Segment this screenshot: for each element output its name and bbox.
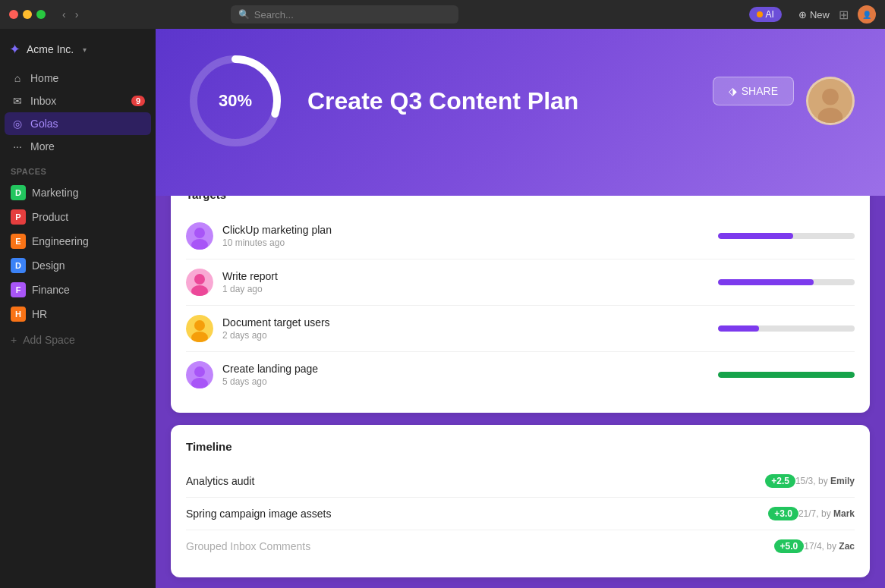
progress-label: 30% xyxy=(219,91,252,111)
progress-bar-fill xyxy=(718,279,814,285)
workspace-chevron-icon: ▾ xyxy=(83,46,87,54)
ai-label: AI xyxy=(766,9,774,20)
target-info: Write report 1 day ago xyxy=(222,270,709,294)
search-bar[interactable]: 🔍 Search... xyxy=(231,5,458,24)
workspace-icon: ✦ xyxy=(9,41,20,58)
hr-badge: H xyxy=(11,307,26,322)
targets-card: Targets ClickUp marketing plan 10 minute… xyxy=(171,196,870,413)
add-space-button[interactable]: + Add Space xyxy=(0,329,156,351)
target-name: Create landing page xyxy=(222,363,709,375)
forward-arrow[interactable]: › xyxy=(72,7,82,22)
target-info: Create landing page 5 days ago xyxy=(222,363,709,387)
design-badge: D xyxy=(11,258,26,273)
target-time: 2 days ago xyxy=(222,330,709,341)
share-label: SHARE xyxy=(742,85,778,97)
inbox-icon: ✉ xyxy=(11,95,24,107)
sidebar-item-finance[interactable]: F Finance xyxy=(5,278,151,302)
sidebar-item-hr[interactable]: H HR xyxy=(5,302,151,326)
add-space-label: Add Space xyxy=(23,334,75,346)
ai-badge-area: AI xyxy=(749,7,782,22)
hero-actions: ⬗ SHARE xyxy=(713,77,855,125)
timeline-meta: 15/3, by Emily xyxy=(795,476,855,486)
share-button[interactable]: ⬗ SHARE xyxy=(713,77,794,105)
target-info: ClickUp marketing plan 10 minutes ago xyxy=(222,224,709,248)
timeline-item-name: Grouped Inbox Comments xyxy=(186,540,768,552)
sidebar-item-product[interactable]: P Product xyxy=(5,205,151,229)
add-space-icon: + xyxy=(11,334,17,346)
table-row: Document target users 2 days ago xyxy=(186,306,855,352)
hero-avatar xyxy=(806,77,855,125)
close-button[interactable] xyxy=(9,10,18,19)
svg-point-3 xyxy=(822,89,839,105)
list-item: Analytics audit +2.5 15/3, by Emily xyxy=(186,465,855,498)
space-label: Design xyxy=(32,259,65,272)
inbox-badge: 9 xyxy=(131,96,145,106)
new-icon: ⊕ xyxy=(798,9,807,20)
progress-bar-fill xyxy=(718,372,855,378)
timeline-card: Timeline Analytics audit +2.5 15/3, by E… xyxy=(171,425,870,577)
sidebar-item-label: Home xyxy=(30,72,58,84)
sidebar-item-more[interactable]: ··· More xyxy=(5,135,151,158)
workspace-header[interactable]: ✦ Acme Inc. ▾ xyxy=(0,38,156,67)
marketing-badge: D xyxy=(11,185,26,200)
progress-bar-container xyxy=(718,279,855,285)
engineering-badge: E xyxy=(11,234,26,249)
sidebar: ✦ Acme Inc. ▾ ⌂ Home ✉ Inbox 9 ◎ Golas ·… xyxy=(0,29,156,588)
sidebar-item-inbox[interactable]: ✉ Inbox 9 xyxy=(5,90,151,112)
avatar xyxy=(186,315,213,342)
timeline-title: Timeline xyxy=(186,440,855,453)
avatar xyxy=(186,361,213,388)
maximize-button[interactable] xyxy=(36,10,46,19)
progress-bar-container xyxy=(718,233,855,239)
target-name: ClickUp marketing plan xyxy=(222,224,709,236)
table-row: Write report 1 day ago xyxy=(186,259,855,306)
target-time: 5 days ago xyxy=(222,376,709,387)
progress-ring: 30% xyxy=(186,52,285,150)
hero-title: Create Q3 Content Plan xyxy=(307,87,690,115)
timeline-meta: 17/4, by Zac xyxy=(804,541,855,552)
timeline-badge: +3.0 xyxy=(768,507,798,520)
grid-icon[interactable]: ⊞ xyxy=(839,8,849,22)
sidebar-item-goals[interactable]: ◎ Golas xyxy=(5,112,151,135)
space-label: Finance xyxy=(32,284,70,296)
sidebar-item-design[interactable]: D Design xyxy=(5,253,151,278)
sidebar-item-label: Inbox xyxy=(30,95,56,107)
svg-point-6 xyxy=(194,228,205,238)
sidebar-item-engineering[interactable]: E Engineering xyxy=(5,229,151,253)
svg-point-9 xyxy=(194,274,205,285)
new-button[interactable]: ⊕ New xyxy=(798,9,830,20)
content-area: 30% Create Q3 Content Plan ⬗ SHARE xyxy=(156,29,885,588)
progress-bar-container xyxy=(718,372,855,378)
ai-button[interactable]: AI xyxy=(749,7,782,22)
target-name: Write report xyxy=(222,270,709,282)
space-label: HR xyxy=(32,308,47,320)
minimize-button[interactable] xyxy=(23,10,32,19)
spaces-header: Spaces xyxy=(0,158,156,181)
timeline-item-name: Analytics audit xyxy=(186,475,759,487)
sidebar-item-home[interactable]: ⌂ Home xyxy=(5,67,151,90)
sidebar-item-label: More xyxy=(30,140,55,153)
workspace-name: Acme Inc. xyxy=(27,43,74,55)
list-item: Grouped Inbox Comments +5.0 17/4, by Zac xyxy=(186,530,855,562)
content-scroll: Targets ClickUp marketing plan 10 minute… xyxy=(156,196,885,588)
back-arrow[interactable]: ‹ xyxy=(59,7,69,22)
target-time: 10 minutes ago xyxy=(222,237,709,248)
home-icon: ⌂ xyxy=(11,72,24,84)
progress-bar-fill xyxy=(718,233,793,239)
share-icon: ⬗ xyxy=(729,85,737,97)
sidebar-item-marketing[interactable]: D Marketing xyxy=(5,181,151,205)
space-label: Marketing xyxy=(32,187,78,199)
space-label: Engineering xyxy=(32,235,89,247)
table-row: Create landing page 5 days ago xyxy=(186,352,855,398)
hero-section: 30% Create Q3 Content Plan ⬗ SHARE xyxy=(156,29,885,196)
timeline-badge: +5.0 xyxy=(774,539,805,553)
product-badge: P xyxy=(11,209,26,225)
search-icon: 🔍 xyxy=(238,9,250,20)
timeline-badge: +2.5 xyxy=(765,474,795,488)
svg-point-12 xyxy=(194,320,205,331)
sidebar-item-label: Golas xyxy=(30,118,58,130)
user-avatar[interactable]: 👤 xyxy=(858,5,876,24)
goals-icon: ◎ xyxy=(11,118,24,130)
titlebar: ‹ › 🔍 Search... AI ⊕ New ⊞ 👤 xyxy=(0,0,885,29)
nav-arrows: ‹ › xyxy=(59,7,81,22)
